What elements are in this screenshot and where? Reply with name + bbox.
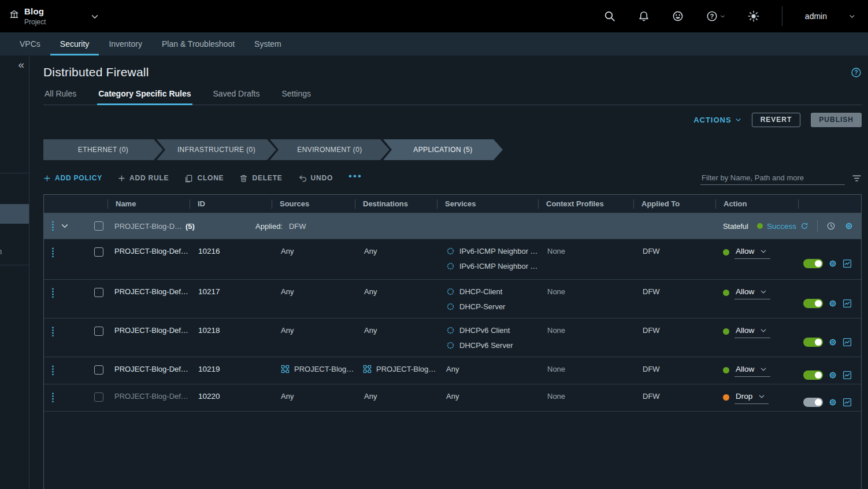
rule-stats-graph-icon[interactable] [843,371,852,380]
rule-stats-graph-icon[interactable] [843,338,852,347]
rule-checkbox[interactable] [94,247,103,257]
drag-handle-icon[interactable] [51,392,54,403]
notifications-bell-icon[interactable] [638,10,650,22]
applied-value[interactable]: DFW [289,222,306,231]
filter-icon[interactable] [852,173,862,183]
search-icon[interactable] [604,10,615,22]
service-entry[interactable]: DHCP-Server [446,302,538,311]
help-menu[interactable] [706,10,725,22]
tab-saved-drafts[interactable]: Saved Drafts [212,87,261,105]
category-tab-infrastructure[interactable]: INFRASTRUCTURE (0) [157,139,276,160]
page-help-icon[interactable] [851,66,862,77]
header-applied-to[interactable]: Applied To [633,195,715,213]
header-services[interactable]: Services [437,195,538,213]
sidebar-item-selected[interactable] [0,204,29,224]
rule-stats-graph-icon[interactable] [843,299,852,308]
rule-sources[interactable]: Any [272,318,355,357]
rule-checkbox[interactable] [94,327,103,336]
rule-applied-to[interactable]: DFW [633,384,715,411]
more-actions-ellipsis-icon[interactable]: ••• [348,173,362,183]
policy-expand-chevron-icon[interactable] [61,222,69,230]
header-context-profiles[interactable]: Context Profiles [538,195,633,213]
rule-settings-gear-icon[interactable] [828,259,837,268]
nav-item-vpcs[interactable]: VPCs [10,32,50,55]
rule-applied-to[interactable]: DFW [633,239,715,279]
feedback-smiley-icon[interactable] [672,10,684,22]
drag-handle-icon[interactable] [51,247,54,258]
sidebar-item-partial[interactable]: ntion [0,247,29,260]
rule-context-profiles[interactable]: None [538,318,633,357]
drag-handle-icon[interactable] [51,365,54,376]
add-policy-button[interactable]: ADD POLICY [43,174,102,182]
revert-button[interactable]: REVERT [752,113,801,127]
rule-sources[interactable]: Any [272,239,355,279]
drag-handle-icon[interactable] [51,327,54,337]
rule-checkbox[interactable] [94,288,103,297]
clock-icon[interactable] [826,221,836,231]
actions-dropdown[interactable]: ACTIONS [693,116,741,124]
action-dropdown[interactable]: Allow [735,287,770,299]
publish-button[interactable]: PUBLISH [811,113,862,127]
rule-context-profiles[interactable]: None [538,384,633,411]
user-menu[interactable]: admin [805,12,855,21]
header-sources[interactable]: Sources [272,195,355,213]
nav-item-inventory[interactable]: Inventory [99,32,152,55]
rule-services[interactable]: Any [437,357,538,384]
policy-settings-gear-icon[interactable] [844,221,854,231]
header-name[interactable]: Name [107,195,190,213]
rule-enabled-toggle[interactable] [803,259,823,268]
rule-stats-graph-icon[interactable] [843,259,852,268]
rule-destinations[interactable]: Any [355,239,437,279]
tab-all-rules[interactable]: All Rules [43,87,77,105]
header-destinations[interactable]: Destinations [355,195,437,213]
policy-checkbox[interactable] [94,221,103,231]
header-action[interactable]: Action [715,195,798,213]
rule-destinations[interactable]: Any [355,280,437,318]
rule-checkbox[interactable] [94,365,103,375]
service-entry[interactable]: DHCP-Client [446,287,538,296]
tab-settings[interactable]: Settings [280,87,312,105]
service-entry[interactable]: DHCPv6 Server [446,341,538,350]
project-chevron-down-icon[interactable] [91,11,99,21]
action-dropdown[interactable]: Drop [735,392,769,404]
rule-settings-gear-icon[interactable] [828,398,837,407]
action-dropdown[interactable]: Allow [735,326,770,338]
nav-item-plan-troubleshoot[interactable]: Plan & Troubleshoot [152,32,244,55]
rule-sources[interactable]: Any [272,384,355,411]
rule-sources[interactable]: Any [272,280,355,318]
project-selector[interactable]: Blog Project [9,6,46,26]
category-tab-environment[interactable]: ENVIRONMENT (0) [270,139,390,160]
category-tab-ethernet[interactable]: ETHERNET (0) [43,139,163,160]
rule-destinations[interactable]: PROJECT-Blog… [363,365,437,373]
rule-enabled-toggle[interactable] [803,338,823,347]
undo-button[interactable]: UNDO [298,174,333,183]
rule-applied-to[interactable]: DFW [633,357,715,384]
clone-button[interactable]: CLONE [184,174,224,183]
service-entry[interactable]: IPv6-ICMP Neighbor … [446,247,538,255]
rule-checkbox[interactable] [94,392,103,402]
service-entry[interactable]: DHCPv6 Client [446,326,538,335]
rule-context-profiles[interactable]: None [538,357,633,384]
action-dropdown[interactable]: Allow [735,247,770,259]
rule-settings-gear-icon[interactable] [828,338,837,347]
theme-sun-icon[interactable] [748,10,759,22]
rule-sources[interactable]: PROJECT-Blog… [281,365,355,373]
rule-applied-to[interactable]: DFW [633,318,715,357]
service-entry[interactable]: IPv6-ICMP Neighbor … [446,262,538,271]
rule-applied-to[interactable]: DFW [633,280,715,318]
rule-settings-gear-icon[interactable] [828,299,837,308]
rule-enabled-toggle[interactable] [803,398,823,407]
rule-enabled-toggle[interactable] [803,299,823,308]
tab-category-specific-rules[interactable]: Category Specific Rules [97,87,192,105]
header-id[interactable]: ID [190,195,272,213]
nav-item-security[interactable]: Security [50,32,99,55]
filter-input[interactable] [700,171,845,185]
rule-context-profiles[interactable]: None [538,280,633,318]
rule-destinations[interactable]: Any [355,318,437,357]
rule-settings-gear-icon[interactable] [828,371,837,380]
policy-status[interactable]: Success [757,222,808,231]
rule-enabled-toggle[interactable] [803,371,823,380]
refresh-icon[interactable] [800,222,808,230]
delete-button[interactable]: DELETE [239,174,282,183]
action-dropdown[interactable]: Allow [735,365,770,377]
